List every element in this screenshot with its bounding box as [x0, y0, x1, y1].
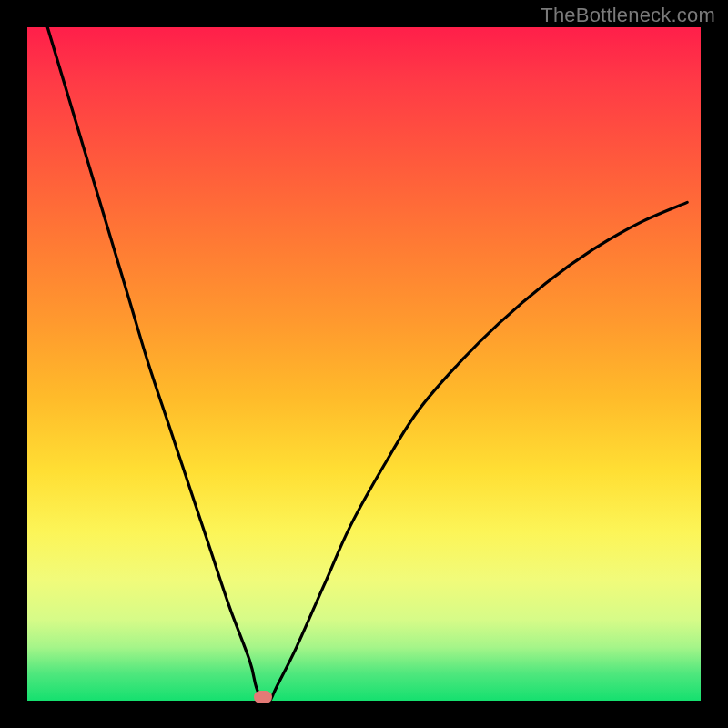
plot-area	[27, 27, 701, 701]
bottleneck-curve	[47, 27, 687, 703]
chart-frame: TheBottleneck.com	[0, 0, 728, 728]
watermark-text: TheBottleneck.com	[541, 4, 715, 27]
curve-svg	[27, 27, 701, 701]
minimum-marker	[254, 691, 272, 703]
